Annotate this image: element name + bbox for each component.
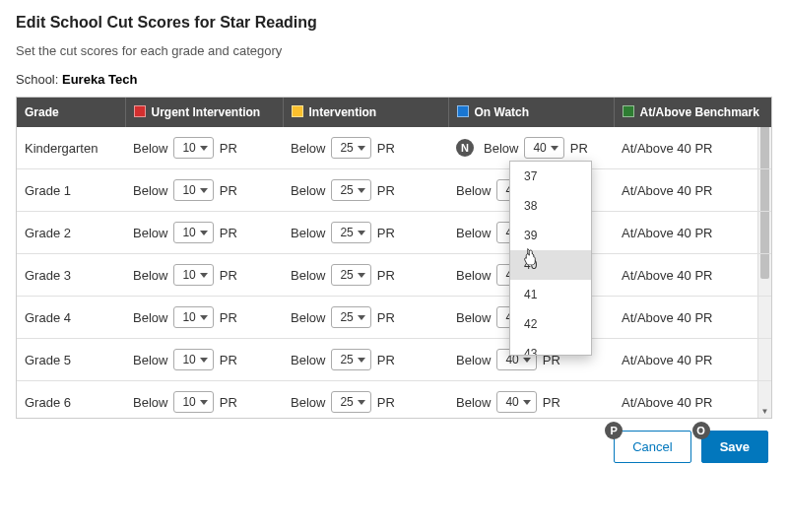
- legend-benchmark-icon: [623, 105, 634, 117]
- below-label: Below: [291, 141, 325, 156]
- grade-cell: Grade 5: [17, 339, 125, 381]
- chevron-down-icon: [358, 231, 365, 235]
- below-label: Below: [133, 141, 167, 156]
- onwatch-dropdown-popup[interactable]: 37383940414243: [509, 161, 592, 356]
- chevron-down-icon: [200, 146, 208, 151]
- col-header-urgent: Urgent Intervention: [125, 98, 283, 127]
- dropdown-option[interactable]: 41: [510, 280, 591, 309]
- urgent-select[interactable]: 10: [173, 179, 213, 201]
- benchmark-cell: At/Above 40 PR: [614, 127, 771, 169]
- col-header-intervention: Intervention: [283, 98, 448, 127]
- intervention-select[interactable]: 25: [331, 391, 370, 413]
- pr-suffix: PR: [220, 310, 237, 325]
- pr-suffix: PR: [377, 353, 395, 367]
- urgent-select[interactable]: 10: [173, 306, 213, 328]
- table-row: Grade 4Below10PRBelow25PRBelow40PRAt/Abo…: [17, 297, 771, 339]
- intervention-cell: Below25PR: [283, 254, 448, 297]
- intervention-select[interactable]: 25: [331, 306, 370, 328]
- urgent-select[interactable]: 10: [173, 137, 213, 159]
- school-name: Eureka Tech: [62, 72, 137, 87]
- benchmark-cell: At/Above 40 PR: [614, 169, 771, 212]
- intervention-select[interactable]: 25: [331, 264, 370, 286]
- school-line: School: Eureka Tech: [16, 72, 772, 87]
- table-row: KindergartenBelow10PRBelow25PRNBelow40PR…: [17, 127, 771, 169]
- onwatch-cell: Below40PR: [448, 381, 614, 419]
- col-header-grade: Grade: [17, 98, 125, 127]
- intervention-select[interactable]: 25: [331, 137, 370, 159]
- chevron-down-icon: [358, 273, 365, 278]
- chevron-down-icon: [358, 315, 365, 320]
- intervention-cell: Below25PR: [283, 381, 448, 419]
- pr-suffix: PR: [220, 183, 237, 198]
- urgent-select[interactable]: 10: [173, 349, 213, 370]
- urgent-cell: Below10PR: [125, 254, 283, 297]
- intervention-select[interactable]: 25: [331, 349, 370, 370]
- below-label: Below: [291, 268, 325, 283]
- dropdown-option[interactable]: 39: [510, 221, 591, 250]
- below-label: Below: [133, 183, 167, 198]
- urgent-cell: Below10PR: [125, 169, 283, 212]
- chevron-down-icon: [200, 188, 208, 193]
- below-label: Below: [456, 395, 491, 410]
- below-label: Below: [291, 353, 325, 367]
- urgent-select[interactable]: 10: [173, 391, 213, 413]
- dropdown-option[interactable]: 42: [510, 309, 591, 339]
- pr-suffix: PR: [570, 141, 588, 156]
- grade-cell: Grade 6: [17, 381, 125, 419]
- pr-suffix: PR: [220, 395, 237, 410]
- pr-suffix: PR: [377, 310, 395, 325]
- chevron-down-icon: [551, 146, 558, 151]
- below-label: Below: [291, 310, 325, 325]
- pr-suffix: PR: [377, 268, 395, 283]
- cancel-button[interactable]: P Cancel: [614, 431, 690, 463]
- table-row: Grade 1Below10PRBelow25PRBelow40PRAt/Abo…: [17, 169, 771, 212]
- urgent-cell: Below10PR: [125, 212, 283, 254]
- urgent-cell: Below10PR: [125, 127, 283, 169]
- onwatch-select[interactable]: 40: [524, 137, 563, 159]
- below-label: Below: [133, 310, 167, 325]
- dropdown-option[interactable]: 38: [510, 191, 591, 221]
- intervention-select[interactable]: 25: [331, 179, 370, 201]
- intervention-select[interactable]: 25: [331, 222, 370, 243]
- dropdown-option[interactable]: 43: [510, 339, 591, 355]
- cancel-badge: P: [605, 422, 623, 439]
- col-header-onwatch: On Watch: [448, 98, 614, 127]
- intervention-cell: Below25PR: [283, 169, 448, 212]
- table-row: Grade 3Below10PRBelow25PRBelow40PRAt/Abo…: [17, 254, 771, 297]
- urgent-select[interactable]: 10: [173, 222, 213, 243]
- chevron-down-icon: [200, 273, 208, 278]
- intervention-cell: Below25PR: [283, 297, 448, 339]
- below-label: Below: [456, 310, 491, 325]
- grade-cell: Kindergarten: [17, 127, 125, 169]
- onwatch-select[interactable]: 40: [496, 391, 536, 413]
- pr-suffix: PR: [543, 395, 560, 410]
- urgent-cell: Below10PR: [125, 381, 283, 419]
- pr-suffix: PR: [220, 141, 237, 156]
- pr-suffix: PR: [377, 395, 395, 410]
- below-label: Below: [133, 395, 167, 410]
- chevron-down-icon: [200, 400, 208, 405]
- school-label: School:: [16, 72, 58, 87]
- below-label: Below: [133, 353, 167, 367]
- dropdown-option[interactable]: 40: [510, 250, 591, 280]
- dropdown-option[interactable]: 37: [510, 162, 591, 191]
- pr-suffix: PR: [377, 183, 395, 198]
- footer-actions: P Cancel O Save: [16, 419, 772, 467]
- below-label: Below: [456, 183, 491, 198]
- benchmark-cell: At/Above 40 PR: [614, 212, 771, 254]
- below-label: Below: [133, 268, 167, 283]
- benchmark-cell: At/Above 40 PR: [614, 254, 771, 297]
- chevron-down-icon: [523, 358, 531, 363]
- grade-cell: Grade 3: [17, 254, 125, 297]
- table-row: Grade 2Below10PRBelow25PRBelow40PRAt/Abo…: [17, 212, 771, 254]
- urgent-cell: Below10PR: [125, 297, 283, 339]
- save-button[interactable]: O Save: [701, 431, 768, 463]
- grade-cell: Grade 2: [17, 212, 125, 254]
- pr-suffix: PR: [220, 353, 237, 367]
- chevron-down-icon: [200, 231, 208, 235]
- chevron-down-icon: [358, 358, 365, 363]
- urgent-cell: Below10PR: [125, 339, 283, 381]
- urgent-select[interactable]: 10: [173, 264, 213, 286]
- cut-scores-table: ▲ ▼ Grade Urgent Intervention Interventi…: [16, 97, 772, 419]
- grade-cell: Grade 1: [17, 169, 125, 212]
